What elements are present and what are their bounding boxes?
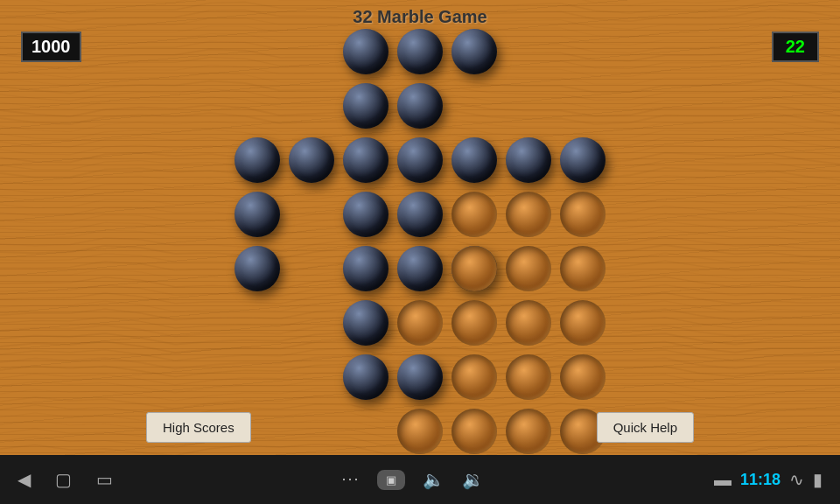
marble[interactable] xyxy=(397,192,443,237)
empty-hole[interactable] xyxy=(560,300,606,346)
marble[interactable] xyxy=(452,29,497,74)
back-icon[interactable]: ◀ xyxy=(18,469,31,490)
game-area: 32 Marble Game 1000 22 High Scores Quick… xyxy=(0,0,840,455)
marble[interactable] xyxy=(397,137,443,183)
marble[interactable] xyxy=(343,83,388,129)
android-nav-bar: ◀ ▢ ▭ ⋮ ▣ 🔈 🔉 ▬ 11:18 ∿ ▮ xyxy=(0,455,840,504)
empty-hole[interactable] xyxy=(452,246,497,291)
signal-icon: ▬ xyxy=(714,470,732,490)
empty-hole[interactable] xyxy=(452,354,497,400)
empty-hole[interactable] xyxy=(506,300,551,346)
marble[interactable] xyxy=(397,29,443,74)
marble[interactable] xyxy=(397,246,443,291)
high-scores-button[interactable]: High Scores xyxy=(146,412,251,443)
score-left: 1000 xyxy=(21,32,81,62)
marble[interactable] xyxy=(234,192,280,237)
volume-down-icon[interactable]: 🔈 xyxy=(423,469,444,490)
marble[interactable] xyxy=(289,137,334,183)
screenshot-icon[interactable]: ▣ xyxy=(377,470,405,490)
marble[interactable] xyxy=(343,246,388,291)
time-display: 11:18 xyxy=(740,471,780,489)
marble[interactable] xyxy=(234,137,280,183)
score-right: 22 xyxy=(772,32,819,62)
marble[interactable] xyxy=(343,192,388,237)
nav-center-icons: ⋮ ▣ 🔈 🔉 xyxy=(342,469,484,490)
marble[interactable] xyxy=(343,354,388,400)
home-icon[interactable]: ▢ xyxy=(55,469,72,490)
menu-dots-icon[interactable]: ⋮ xyxy=(342,471,360,488)
marble[interactable] xyxy=(343,29,388,74)
empty-hole[interactable] xyxy=(452,409,497,454)
empty-hole[interactable] xyxy=(397,409,443,454)
marble[interactable] xyxy=(234,246,280,291)
marble[interactable] xyxy=(506,137,551,183)
marble[interactable] xyxy=(452,137,497,183)
wifi-icon: ∿ xyxy=(789,469,804,490)
empty-hole[interactable] xyxy=(560,246,606,291)
empty-hole[interactable] xyxy=(452,192,497,237)
marble[interactable] xyxy=(343,300,388,346)
battery-icon: ▮ xyxy=(813,469,822,490)
recents-icon[interactable]: ▭ xyxy=(96,469,113,490)
nav-right-status: ▬ 11:18 ∿ ▮ xyxy=(714,469,822,490)
empty-hole[interactable] xyxy=(506,192,551,237)
empty-hole[interactable] xyxy=(397,300,443,346)
empty-hole[interactable] xyxy=(560,192,606,237)
empty-hole[interactable] xyxy=(506,246,551,291)
quick-help-button[interactable]: Quick Help xyxy=(597,412,694,443)
empty-hole[interactable] xyxy=(506,409,551,454)
game-title: 32 Marble Game xyxy=(353,7,486,27)
empty-hole[interactable] xyxy=(506,354,551,400)
marble[interactable] xyxy=(560,137,606,183)
marble[interactable] xyxy=(343,137,388,183)
nav-left-icons: ◀ ▢ ▭ xyxy=(18,469,113,490)
marble[interactable] xyxy=(397,354,443,400)
volume-up-icon[interactable]: 🔉 xyxy=(462,469,484,490)
marble[interactable] xyxy=(397,83,443,129)
empty-hole[interactable] xyxy=(452,300,497,346)
game-board[interactable] xyxy=(230,24,610,455)
empty-hole[interactable] xyxy=(560,354,606,400)
